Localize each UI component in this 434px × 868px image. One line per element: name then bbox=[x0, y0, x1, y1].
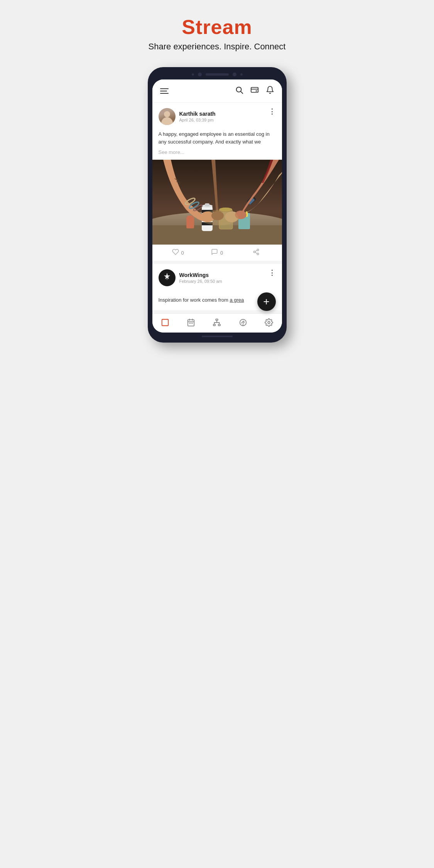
wallet-icon[interactable] bbox=[250, 86, 259, 96]
share-button[interactable] bbox=[236, 248, 275, 257]
app-header bbox=[152, 79, 282, 103]
comment-button[interactable]: 0 bbox=[198, 248, 236, 257]
support-nav-icon bbox=[239, 318, 247, 329]
svg-line-1 bbox=[241, 91, 243, 93]
nav-settings[interactable] bbox=[262, 317, 276, 330]
svg-rect-20 bbox=[186, 217, 194, 228]
app-subtitle: Share experiences. Inspire. Connect bbox=[149, 42, 286, 52]
phone-dot-right bbox=[240, 73, 243, 76]
phone-frame: Karthik sarath April 26, 03:39 pm ⋮ A ha… bbox=[148, 67, 287, 343]
share-icon bbox=[253, 248, 260, 257]
post-2-header: WorkWings February 26, 09:50 am ⋮ bbox=[152, 264, 282, 292]
nav-org[interactable] bbox=[209, 317, 224, 330]
avatar-workwings bbox=[159, 269, 176, 286]
author-name-1: Karthik sarath bbox=[179, 111, 216, 117]
like-count: 0 bbox=[181, 250, 184, 256]
post-1-header: Karthik sarath April 26, 03:39 pm ⋮ bbox=[152, 103, 282, 130]
header-right bbox=[235, 86, 274, 96]
post-1-actions: 0 0 bbox=[152, 245, 282, 261]
app-title: Stream bbox=[182, 15, 252, 39]
post-card-1: Karthik sarath April 26, 03:39 pm ⋮ A ha… bbox=[152, 103, 282, 264]
workwings-logo-icon bbox=[162, 272, 172, 284]
comment-icon bbox=[211, 248, 218, 257]
post-2-text-start: Inspiration for work comes from bbox=[159, 297, 230, 303]
phone-bottom-bar bbox=[152, 336, 282, 337]
phone-dot-left bbox=[192, 73, 194, 76]
post-2-more-options[interactable]: ⋮ bbox=[269, 269, 276, 276]
search-icon[interactable] bbox=[235, 86, 243, 96]
post-2-author: WorkWings February 26, 09:50 am bbox=[159, 269, 222, 286]
svg-point-55 bbox=[268, 321, 270, 324]
svg-rect-38 bbox=[162, 319, 169, 326]
svg-rect-2 bbox=[251, 88, 258, 93]
phone-speaker bbox=[206, 73, 229, 76]
post-1-more-options[interactable]: ⋮ bbox=[269, 108, 276, 115]
like-button[interactable]: 0 bbox=[159, 248, 198, 257]
post-1-text: A happy, engaged employee is an essentia… bbox=[152, 130, 282, 149]
avatar-karthik bbox=[159, 108, 176, 125]
post-1-image bbox=[152, 160, 282, 245]
phone-camera bbox=[198, 73, 202, 76]
author-name-2: WorkWings bbox=[179, 272, 222, 278]
post-1-author-info: Karthik sarath April 26, 03:39 pm bbox=[179, 111, 216, 122]
fab-button[interactable]: + bbox=[257, 292, 276, 311]
nav-support[interactable] bbox=[236, 317, 250, 330]
svg-rect-21 bbox=[187, 216, 193, 218]
phone-top-bar bbox=[152, 73, 282, 76]
home-indicator bbox=[202, 336, 233, 337]
home-nav-icon bbox=[161, 318, 169, 329]
org-nav-icon bbox=[213, 318, 221, 329]
header-left bbox=[160, 88, 169, 94]
notification-icon[interactable] bbox=[266, 86, 274, 96]
svg-rect-6 bbox=[152, 225, 282, 245]
nav-home[interactable] bbox=[158, 317, 172, 330]
calendar-nav-icon bbox=[187, 318, 195, 329]
post-time-2: February 26, 09:50 am bbox=[179, 279, 222, 284]
svg-point-31 bbox=[200, 210, 238, 225]
bottom-nav bbox=[152, 313, 282, 333]
svg-line-36 bbox=[255, 250, 257, 252]
post-2-author-info: WorkWings February 26, 09:50 am bbox=[179, 272, 222, 284]
nav-calendar[interactable] bbox=[184, 317, 198, 330]
comment-count: 0 bbox=[220, 250, 223, 256]
menu-icon[interactable] bbox=[160, 88, 169, 94]
svg-line-35 bbox=[255, 252, 257, 253]
svg-rect-12 bbox=[205, 203, 209, 206]
phone-screen: Karthik sarath April 26, 03:39 pm ⋮ A ha… bbox=[152, 79, 282, 333]
post-1-see-more[interactable]: See more... bbox=[152, 149, 282, 160]
settings-nav-icon bbox=[265, 318, 273, 329]
phone-camera-right bbox=[233, 73, 236, 76]
heart-icon bbox=[172, 248, 179, 257]
post-2-text-underlined: a grea bbox=[230, 297, 244, 303]
post-time-1: April 26, 03:39 pm bbox=[179, 118, 216, 122]
post-1-author: Karthik sarath April 26, 03:39 pm bbox=[159, 108, 216, 125]
